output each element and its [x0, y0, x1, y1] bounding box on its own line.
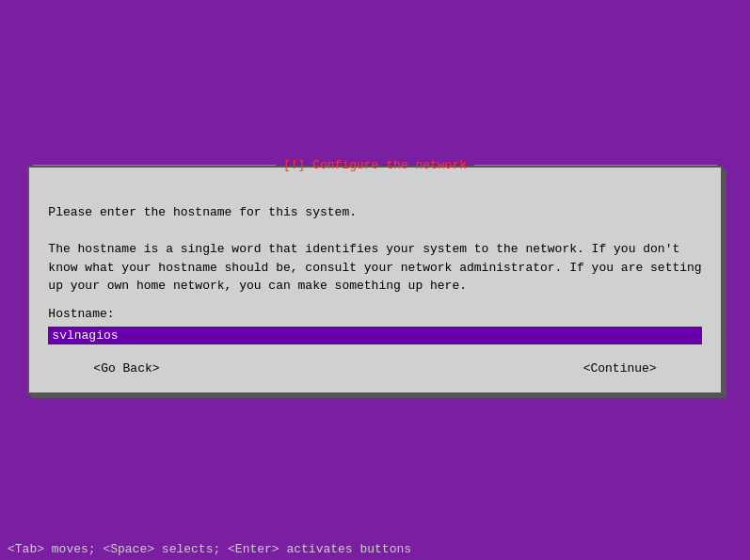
title-bar: [!] Configure the network — [29, 158, 720, 172]
title-line-left — [33, 165, 276, 166]
buttons-row: <Go Back> <Continue> — [48, 360, 701, 377]
intro-text: Please enter the hostname for this syste… — [48, 203, 701, 296]
text-line2: The hostname is a single word that ident… — [48, 240, 701, 259]
continue-button[interactable]: <Continue> — [576, 360, 664, 377]
hostname-input-container[interactable] — [48, 327, 701, 344]
status-bar: <Tab> moves; <Space> selects; <Enter> ac… — [0, 538, 750, 560]
dialog-body: Please enter the hostname for this syste… — [29, 184, 720, 392]
dialog-title: [!] Configure the network — [279, 158, 471, 172]
screen: [!] Configure the network Please enter t… — [0, 0, 750, 560]
hostname-input[interactable] — [52, 328, 697, 343]
hostname-label: Hostname: — [48, 307, 701, 321]
dialog: [!] Configure the network Please enter t… — [27, 166, 722, 394]
text-line3: know what your hostname should be, consu… — [48, 259, 701, 278]
go-back-button[interactable]: <Go Back> — [86, 360, 167, 377]
text-line1: Please enter the hostname for this syste… — [48, 203, 701, 222]
title-line-right — [474, 165, 717, 166]
text-line4: up your own home network, you can make s… — [48, 277, 701, 296]
